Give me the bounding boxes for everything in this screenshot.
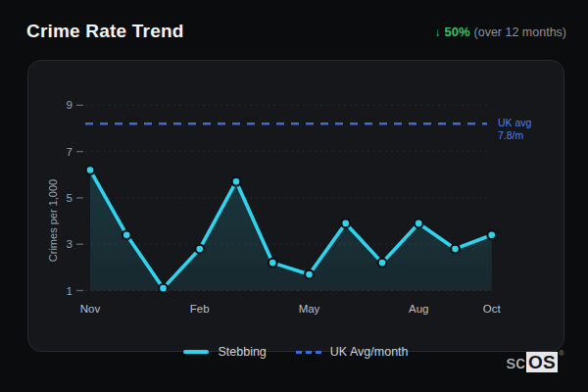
chart-card: 97531UK avg7.8/mNovFebMayAugOctCrimes pe…: [27, 60, 564, 352]
trend-stat: ↓ 50% (over 12 months): [434, 24, 566, 39]
solid-line-swatch-icon: [183, 350, 209, 354]
y-tick-label: 1: [67, 285, 73, 297]
uk-avg-label: UK avg7.8/m: [498, 117, 532, 141]
registered-mark-icon: ®: [559, 349, 564, 358]
data-point-jul[interactable]: [378, 259, 387, 268]
data-point-jan[interactable]: [159, 284, 168, 293]
logo-suffix: OS: [526, 352, 558, 372]
x-tick-label-feb: Feb: [190, 303, 210, 315]
data-point-apr[interactable]: [269, 259, 277, 268]
chart-legend: Stebbing UK Avg/month: [27, 345, 564, 359]
y-axis-title: Crimes per 1,000: [47, 179, 59, 262]
data-point-jun[interactable]: [341, 220, 350, 228]
data-point-mar[interactable]: [232, 177, 241, 186]
dashed-line-swatch-icon: [296, 351, 321, 354]
data-point-nov[interactable]: [86, 166, 95, 174]
header: Crime Rate Trend ↓ 50% (over 12 months): [0, 0, 588, 55]
crime-trend-chart: 97531UK avg7.8/mNovFebMayAugOctCrimes pe…: [28, 61, 564, 350]
trend-caption: (over 12 months): [474, 25, 566, 39]
y-tick-label: 9: [67, 99, 73, 111]
y-tick-label: 3: [67, 238, 73, 250]
trend-down-arrow-icon: ↓: [434, 25, 440, 39]
x-tick-label-may: May: [299, 303, 320, 315]
trend-value: 50%: [444, 24, 469, 39]
data-point-oct[interactable]: [487, 230, 496, 239]
legend-item-stebbing[interactable]: Stebbing: [183, 345, 266, 359]
data-point-feb[interactable]: [195, 245, 204, 254]
scos-logo: sc OS ®: [506, 352, 564, 373]
data-point-sep[interactable]: [451, 245, 460, 254]
crime-dashboard: Crime Rate Trend ↓ 50% (over 12 months) …: [0, 0, 588, 392]
data-point-aug[interactable]: [415, 220, 423, 228]
x-tick-label-oct: Oct: [483, 303, 502, 315]
y-tick-label: 5: [67, 192, 73, 204]
y-tick-label: 7: [67, 146, 73, 158]
x-tick-label-aug: Aug: [409, 303, 428, 315]
x-tick-label-nov: Nov: [80, 303, 101, 315]
data-point-may[interactable]: [305, 270, 314, 279]
legend-item-uk-avg[interactable]: UK Avg/month: [296, 345, 409, 359]
data-point-dec[interactable]: [122, 230, 131, 239]
legend-label-stebbing: Stebbing: [218, 345, 266, 359]
logo-prefix: sc: [506, 352, 525, 373]
page-title: Crime Rate Trend: [26, 21, 184, 42]
legend-label-uk-avg: UK Avg/month: [330, 345, 409, 359]
